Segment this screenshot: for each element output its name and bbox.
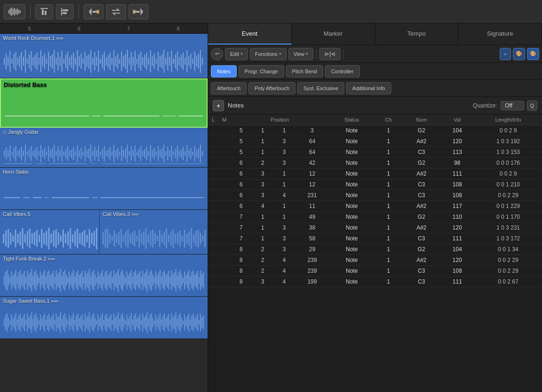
- table-row[interactable]: 7 1 3 58 Note 1 C3 111 1 0 3 172: [208, 233, 542, 244]
- table-row[interactable]: 7 1 3 38 Note 1 A#2 120 1 0 3 231: [208, 223, 542, 233]
- svg-rect-394: [118, 269, 119, 292]
- quantize-value-display[interactable]: Off: [501, 101, 524, 110]
- waveform-btn[interactable]: [4, 4, 25, 19]
- track-world-rock[interactable]: World Rock Drumset.1 ∞∞: [0, 34, 208, 78]
- table-row[interactable]: 6 3 1 12 Note 1 A#2 111 0 0 2 9: [208, 169, 542, 179]
- trim-start-btn[interactable]: [84, 4, 103, 19]
- svg-rect-572: [174, 315, 175, 330]
- table-row[interactable]: 5 1 3 64 Note 1 A#2 120 1 0 3 192: [208, 136, 542, 147]
- cell-ch: 1: [374, 125, 403, 136]
- table-row[interactable]: 5 1 1 3 Note 1 G2 104 0 0 2 9: [208, 125, 542, 136]
- cell-m: [218, 136, 230, 147]
- svg-rect-230: [5, 231, 7, 246]
- svg-rect-150: [52, 148, 53, 159]
- table-row[interactable]: 7 1 1 49 Note 1 G2 110 0 0 1 170: [208, 212, 542, 223]
- filter-aftertouch[interactable]: Aftertouch: [211, 82, 247, 94]
- svg-rect-392: [115, 274, 116, 286]
- back-btn[interactable]: ↩: [211, 48, 223, 60]
- table-row[interactable]: 8 2 3 29 Note 1 G2 104 0 0 1 34: [208, 244, 542, 255]
- tab-tempo[interactable]: Tempo: [375, 23, 459, 45]
- table-row[interactable]: 6 3 4 231 Note 1 C3 108 0 0 2 29: [208, 190, 542, 201]
- filter-pitch-bend[interactable]: Pitch Bend: [286, 65, 323, 77]
- track-tight-funk[interactable]: Tight Funk Break.2 ∞∞: [0, 254, 208, 297]
- svg-rect-252: [58, 232, 59, 245]
- svg-rect-492: [59, 315, 60, 330]
- svg-rect-416: [149, 272, 150, 289]
- cell-len: 1 0 3 153: [474, 147, 542, 158]
- filter-syst-exclusive[interactable]: Syst. Exclusive: [297, 82, 344, 94]
- table-row[interactable]: 6 3 1 12 Note 1 C3 108 0 0 1 210: [208, 179, 542, 190]
- filter-poly-aftertouch[interactable]: Poly Aftertouch: [248, 82, 295, 94]
- svg-rect-280: [127, 230, 129, 247]
- cell-pos2: 3: [252, 169, 273, 179]
- svg-rect-306: [186, 233, 188, 244]
- svg-rect-101: [158, 52, 159, 71]
- tab-event[interactable]: Event: [208, 23, 292, 45]
- track-distorted-bass[interactable]: Distorted Bass: [0, 78, 208, 128]
- tab-signature[interactable]: Signature: [458, 23, 542, 45]
- align-left-btn[interactable]: [56, 4, 74, 19]
- table-row[interactable]: 8 2 4 239 Note 1 A#2 120 0 0 2 29: [208, 255, 542, 266]
- cell-status: Note: [329, 201, 374, 212]
- svg-rect-186: [121, 146, 122, 161]
- view-btn[interactable]: View ▾: [288, 48, 314, 60]
- cell-pos2: 2: [252, 255, 273, 266]
- table-row[interactable]: 8 2 4 239 Note 1 C3 108 0 0 2 29: [208, 266, 542, 277]
- cell-num: G2: [403, 244, 440, 255]
- trim-end-btn[interactable]: [129, 4, 148, 19]
- svg-rect-268: [96, 228, 97, 249]
- col-num: Num: [403, 115, 440, 125]
- svg-rect-14: [62, 12, 67, 14]
- cell-l: [208, 190, 218, 201]
- cell-pos3: 1: [273, 125, 295, 136]
- svg-rect-69: [96, 57, 97, 66]
- cell-pos3: 4: [273, 266, 295, 277]
- svg-rect-133: [19, 149, 20, 158]
- svg-rect-181: [111, 151, 112, 156]
- track-horn-stabs[interactable]: Horn Stabs: [0, 168, 208, 210]
- edit-btn[interactable]: Edit ▾: [225, 48, 248, 60]
- tab-marker[interactable]: Marker: [292, 23, 375, 45]
- cell-ch: 1: [374, 212, 403, 223]
- svg-rect-304: [182, 235, 183, 242]
- filter-progr-change[interactable]: Progr. Change: [239, 65, 284, 77]
- event-table-wrapper[interactable]: L M Position Status Ch Num Val Length/In…: [208, 115, 542, 392]
- quantize-control[interactable]: Off ⇕: [501, 101, 523, 110]
- notes-add-btn[interactable]: +: [213, 100, 224, 111]
- tracks-panel: 5 6 7 8 World Rock Drumset.1 ∞∞: [0, 23, 208, 392]
- align-top-btn[interactable]: [35, 4, 53, 19]
- color-btn[interactable]: 🎨: [527, 48, 539, 60]
- svg-rect-423: [160, 270, 161, 291]
- q-button[interactable]: Q: [527, 100, 537, 111]
- swap-btn[interactable]: [106, 4, 126, 19]
- functions-btn[interactable]: Functions ▾: [250, 48, 286, 60]
- svg-rect-278: [123, 235, 124, 242]
- tracks-list[interactable]: World Rock Drumset.1 ∞∞: [0, 34, 208, 392]
- svg-rect-548: [139, 314, 140, 331]
- track-sugar-sweet[interactable]: Sugar Sweet Bass.1 ∞∞: [0, 297, 208, 339]
- filter-btn[interactable]: ⊳|⊲: [319, 48, 341, 60]
- svg-rect-271: [107, 229, 108, 248]
- cell-ch: 1: [374, 277, 403, 287]
- svg-rect-243: [36, 230, 38, 247]
- table-row[interactable]: 5 1 3 64 Note 1 C3 113 1 0 3 153: [208, 147, 542, 158]
- svg-rect-527: [109, 316, 110, 329]
- cell-l: [208, 169, 218, 179]
- svg-rect-21: [4, 58, 5, 65]
- filter-additional-info[interactable]: Additional Info: [346, 82, 391, 94]
- svg-rect-104: [163, 50, 164, 73]
- svg-rect-576: [180, 313, 181, 332]
- track-jangly-guitar[interactable]: ◇ Jangly Guitar: [0, 128, 208, 168]
- filter-controller[interactable]: Controller: [325, 65, 360, 77]
- table-row[interactable]: 6 2 3 42 Note 1 G2 98 0 0 0 176: [208, 158, 542, 169]
- svg-rect-66: [90, 50, 91, 73]
- svg-rect-50: [60, 57, 61, 66]
- table-row[interactable]: 8 3 4 199 Note 1 C3 111 0 0 2 67: [208, 277, 542, 287]
- expand-btn[interactable]: >: [500, 48, 511, 60]
- svg-rect-200: [148, 151, 149, 156]
- cell-val: 120: [440, 255, 474, 266]
- track-cali-vibes[interactable]: Cali Vibes.5: [0, 210, 208, 254]
- filter-notes[interactable]: Notes: [211, 65, 237, 77]
- palette-btn[interactable]: 🎨: [513, 48, 525, 60]
- table-row[interactable]: 6 4 1 11 Note 1 A#2 117 0 0 1 229: [208, 201, 542, 212]
